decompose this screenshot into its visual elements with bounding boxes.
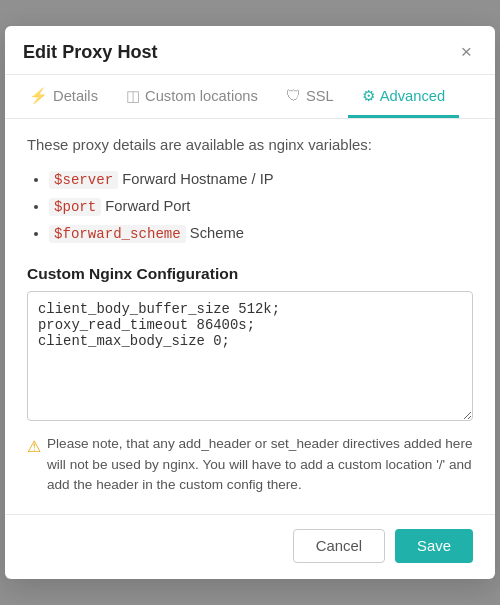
modal: Edit Proxy Host × ⚡ Details ◫ Custom loc… xyxy=(5,26,495,578)
variables-list: $server Forward Hostname / IP $port Forw… xyxy=(27,166,473,248)
tab-ssl-label: SSL xyxy=(306,88,334,104)
tab-advanced[interactable]: ⚙ Advanced xyxy=(348,75,459,118)
var-port-code: $port xyxy=(49,198,101,216)
save-button[interactable]: Save xyxy=(395,529,473,563)
modal-footer: Cancel Save xyxy=(5,514,495,579)
tab-custom-locations[interactable]: ◫ Custom locations xyxy=(112,75,272,118)
custom-locations-icon: ◫ xyxy=(126,87,140,105)
list-item: $port Forward Port xyxy=(49,193,473,220)
modal-header: Edit Proxy Host × xyxy=(5,26,495,74)
section-title: Custom Nginx Configuration xyxy=(27,265,473,283)
modal-body: These proxy details are available as ngi… xyxy=(5,119,495,506)
tab-ssl[interactable]: 🛡 SSL xyxy=(272,75,348,118)
config-textarea[interactable]: client_body_buffer_size 512k; proxy_read… xyxy=(27,291,473,421)
info-text: These proxy details are available as ngi… xyxy=(27,137,473,153)
warning-icon: ⚠ xyxy=(27,435,41,458)
var-server-code: $server xyxy=(49,171,118,189)
tab-advanced-label: Advanced xyxy=(380,88,445,104)
warning-text: Please note, that any add_header or set_… xyxy=(47,434,473,495)
list-item: $server Forward Hostname / IP xyxy=(49,166,473,193)
var-server-desc: Forward Hostname / IP xyxy=(122,171,273,187)
ssl-icon: 🛡 xyxy=(286,87,301,104)
var-forward-scheme-desc: Scheme xyxy=(190,225,244,241)
var-port-desc: Forward Port xyxy=(105,198,190,214)
tabs-bar: ⚡ Details ◫ Custom locations 🛡 SSL ⚙ Adv… xyxy=(5,75,495,119)
cancel-button[interactable]: Cancel xyxy=(293,529,385,563)
tab-details[interactable]: ⚡ Details xyxy=(15,75,112,118)
var-forward-scheme-code: $forward_scheme xyxy=(49,225,186,243)
details-icon: ⚡ xyxy=(29,87,48,105)
tab-details-label: Details xyxy=(53,88,98,104)
close-button[interactable]: × xyxy=(456,40,477,63)
modal-title: Edit Proxy Host xyxy=(23,42,158,63)
advanced-icon: ⚙ xyxy=(362,87,375,105)
warning-box: ⚠ Please note, that any add_header or se… xyxy=(27,434,473,495)
modal-overlay: Edit Proxy Host × ⚡ Details ◫ Custom loc… xyxy=(0,0,500,605)
list-item: $forward_scheme Scheme xyxy=(49,220,473,247)
tab-custom-locations-label: Custom locations xyxy=(145,88,258,104)
